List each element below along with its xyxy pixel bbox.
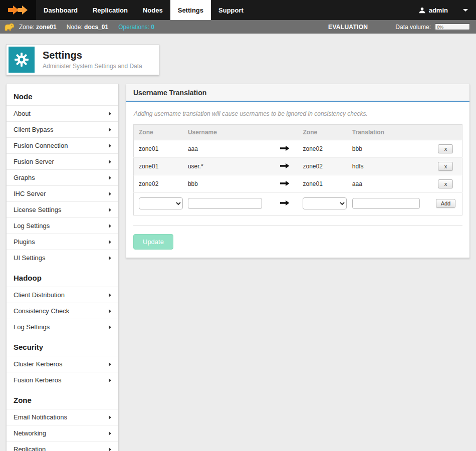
sidebar-item-fusion-kerberos[interactable]: Fusion Kerberos [7, 372, 118, 388]
chevron-right-icon [109, 378, 111, 382]
data-volume-progress-bar: 0% [435, 24, 470, 30]
sidebar-item-log-settings[interactable]: Log Settings [7, 217, 118, 234]
chevron-right-icon [109, 208, 111, 212]
translation-input[interactable] [352, 198, 420, 209]
sidebar-section-security: Security [7, 335, 118, 356]
column-header-arrow [272, 125, 298, 140]
zone-select-right[interactable] [303, 197, 347, 209]
translation-cell: aaa [347, 175, 429, 193]
username-cell: user.* [183, 158, 272, 175]
hadoop-elephant-icon [4, 23, 15, 31]
sidebar-item-log-settings-hadoop[interactable]: Log Settings [7, 319, 118, 335]
translation-cell: hdfs [347, 158, 429, 175]
delete-row-button[interactable]: x [438, 179, 453, 188]
username-cell: bbb [183, 175, 272, 193]
sidebar-item-client-bypass[interactable]: Client Bypass [7, 121, 118, 137]
panel-divider [133, 225, 462, 226]
column-header-zone-right: Zone [298, 125, 347, 140]
status-bar: Zone: zone01 Node: docs_01 Operations: 0… [0, 20, 476, 34]
new-translation-row: Add [134, 193, 462, 215]
translation-row: zone02 bbb zone01 aaa x [134, 175, 462, 193]
username-input[interactable] [188, 198, 262, 209]
nav-item-support[interactable]: Support [211, 0, 251, 20]
nav-item-dashboard[interactable]: Dashboard [36, 0, 85, 20]
data-volume-percent: 0% [437, 25, 443, 30]
zone-select-left[interactable] [139, 197, 183, 209]
update-button[interactable]: Update [133, 234, 173, 250]
sidebar-item-networking[interactable]: Networking [7, 425, 118, 441]
to-zone-cell: zone02 [298, 158, 347, 175]
sidebar-item-plugins[interactable]: Plugins [7, 234, 118, 250]
translation-table: Zone Username Zone Translation zone01 [133, 124, 462, 215]
nav-item-nodes[interactable]: Nodes [135, 0, 170, 20]
arrow-right-icon [272, 158, 298, 175]
sidebar-item-fusion-server[interactable]: Fusion Server [7, 153, 118, 169]
nav-item-settings[interactable]: Settings [170, 0, 211, 20]
username-cell: aaa [183, 140, 272, 158]
sidebar-item-client-distribution[interactable]: Client Distribution [7, 287, 118, 303]
chevron-right-icon [109, 128, 111, 132]
data-volume-label: Data volume: [395, 24, 431, 31]
chevron-right-icon [109, 160, 111, 164]
top-navbar: Dashboard Replication Nodes Settings Sup… [0, 0, 476, 20]
username-label: admin [429, 7, 448, 14]
chevron-right-icon [109, 256, 111, 260]
zone-status: Zone: zone01 [19, 24, 57, 31]
panel-title: Username Translation [126, 84, 469, 102]
arrow-right-icon [272, 175, 298, 193]
sidebar-item-about[interactable]: About [7, 105, 118, 121]
chevron-right-icon [109, 192, 111, 196]
evaluation-badge: EVALUATION [328, 24, 368, 31]
settings-gear-icon [9, 47, 35, 73]
delete-row-button[interactable]: x [438, 144, 453, 153]
chevron-right-icon [109, 224, 111, 228]
sidebar-item-license-settings[interactable]: License Settings [7, 201, 118, 217]
sidebar-section-hadoop: Hadoop [7, 266, 118, 287]
sidebar-item-consistency-check[interactable]: Consistency Check [7, 303, 118, 319]
wandisco-logo-icon[interactable] [0, 0, 36, 20]
translation-cell: bbb [347, 140, 429, 158]
translation-row: zone01 user.* zone02 hdfs x [134, 158, 462, 175]
page-subtitle: Administer System Settings and Data [43, 63, 142, 70]
operations-status[interactable]: Operations: 0 [118, 24, 154, 31]
column-header-actions [429, 125, 462, 140]
chevron-right-icon [109, 309, 111, 313]
page-header: Settings Administer System Settings and … [6, 44, 159, 75]
column-header-username: Username [183, 125, 272, 140]
chevron-right-icon [109, 112, 111, 116]
sidebar-item-ihc-server[interactable]: IHC Server [7, 185, 118, 201]
chevron-right-icon [109, 240, 111, 244]
app-window: Dashboard Replication Nodes Settings Sup… [0, 0, 476, 451]
sidebar-item-fusion-connection[interactable]: Fusion Connection [7, 137, 118, 153]
chevron-right-icon [109, 447, 111, 451]
chevron-right-icon [109, 176, 111, 180]
sidebar-section-zone: Zone [7, 388, 118, 409]
main-nav: Dashboard Replication Nodes Settings Sup… [36, 0, 251, 20]
to-zone-cell: zone02 [298, 140, 347, 158]
zone-cell: zone02 [134, 175, 183, 193]
translation-row: zone01 aaa zone02 bbb x [134, 140, 462, 158]
sidebar-item-cluster-kerberos[interactable]: Cluster Kerberos [7, 356, 118, 372]
zone-cell: zone01 [134, 158, 183, 175]
sidebar-item-replication[interactable]: Replication [7, 441, 118, 451]
user-icon [418, 7, 426, 14]
username-translation-panel: Username Translation Adding username tra… [126, 84, 470, 258]
chevron-right-icon [109, 415, 111, 419]
chevron-right-icon [109, 362, 111, 366]
page-title: Settings [43, 50, 142, 61]
user-menu[interactable]: admin [418, 0, 448, 20]
sidebar-item-ui-settings[interactable]: UI Settings [7, 250, 118, 266]
nav-item-replication[interactable]: Replication [85, 0, 135, 20]
node-status: Node: docs_01 [67, 24, 108, 31]
chevron-right-icon [109, 325, 111, 329]
chevron-right-icon [109, 144, 111, 148]
settings-sidebar: Node About Client Bypass Fusion Connecti… [6, 84, 119, 451]
sidebar-item-graphs[interactable]: Graphs [7, 169, 118, 185]
delete-row-button[interactable]: x [438, 162, 453, 171]
chevron-right-icon [109, 293, 111, 297]
panel-note: Adding username translation will cause u… [134, 110, 462, 117]
add-button[interactable]: Add [436, 199, 456, 208]
sidebar-item-email-notifications[interactable]: Email Notifications [7, 409, 118, 425]
user-menu-caret-icon[interactable] [463, 9, 468, 12]
sidebar-section-node: Node [7, 84, 118, 105]
